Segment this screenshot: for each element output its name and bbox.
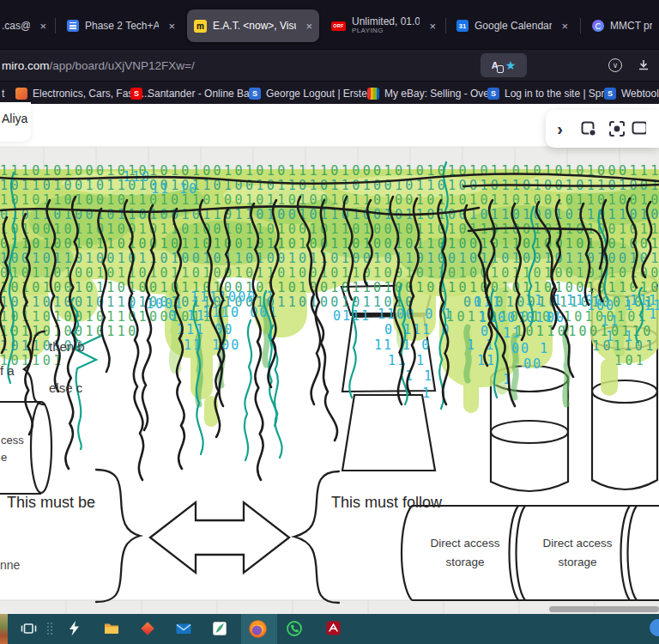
docs-icon	[67, 20, 79, 32]
dark-green-strand	[467, 327, 469, 380]
binary-fragment[interactable]: 11 10	[151, 181, 198, 197]
translate-icon[interactable]: A	[492, 61, 499, 70]
shopping-bag-icon	[15, 88, 27, 100]
das1-line2[interactable]: storage	[445, 556, 484, 568]
double-arrow[interactable]	[150, 502, 289, 573]
board-top-toolbar: ›	[546, 110, 659, 148]
focus-mode-icon[interactable]	[602, 120, 631, 137]
bookmark-erste[interactable]: S George Logout | Erste ...	[249, 82, 378, 105]
gcal-icon: 31	[456, 20, 469, 32]
erste-icon: S	[249, 88, 261, 100]
tab-separator	[55, 18, 56, 33]
binary-fragment[interactable]: 00 1	[511, 341, 549, 356]
das1-line1[interactable]: Direct access	[430, 537, 499, 550]
das2-line1[interactable]: Direct access	[542, 537, 612, 550]
binary-fragment[interactable]: 11	[503, 325, 522, 341]
binary-fragment[interactable]: 00	[523, 356, 542, 372]
photos-feather-icon[interactable]	[211, 620, 228, 641]
tab-phase2[interactable]: Phase 2 Tech+ART wor ×	[60, 9, 182, 42]
miro-canvas[interactable]: 1110101000101010101001010101111010001010…	[0, 104, 659, 614]
tab-separator	[445, 18, 446, 33]
url-path: /app/board/uXjVNP12FXw=/	[50, 59, 195, 72]
downloads-icon[interactable]	[637, 58, 650, 76]
url-field[interactable]: miro.com/app/board/uXjVNP12FXw=/	[2, 50, 195, 82]
desktop-wallpaper-sliver	[0, 614, 8, 644]
binary-row[interactable]: 0101101001011010110100101101001011010010…	[0, 265, 659, 281]
trapezoid-bottom[interactable]	[342, 395, 435, 471]
binary-fragment[interactable]: 1111000 1	[190, 289, 275, 305]
label-this-must-be[interactable]: This must be	[7, 494, 95, 511]
black-ink-path[interactable]	[463, 185, 659, 186]
curly-brace-right[interactable]	[294, 471, 339, 603]
mmct-icon	[592, 20, 604, 32]
close-icon[interactable]: ×	[39, 20, 46, 33]
tab-email[interactable]: .cas@gm ×	[0, 9, 53, 42]
url-actions-chip: A ★	[481, 53, 527, 77]
tab-calendar[interactable]: 31 Google Calendar - We ×	[450, 9, 575, 42]
tab-title: .cas@gm	[2, 20, 30, 32]
binary-fragment[interactable]: 1 1	[606, 329, 634, 344]
bookmark-my-ebay[interactable]: My eBay: Selling - Ove...	[367, 82, 498, 105]
label-this-must-follow[interactable]: This must follow	[331, 494, 443, 511]
cylinder-center[interactable]	[491, 379, 568, 491]
direct-access-storage-row[interactable]	[402, 506, 659, 600]
bookmark-fragment[interactable]: t	[2, 82, 4, 105]
ebay-icon	[367, 88, 379, 100]
horizontal-scrollbar[interactable]	[549, 606, 659, 612]
url-domain: miro.com	[2, 59, 50, 72]
binary-fragment[interactable]: 1	[422, 386, 432, 401]
close-icon[interactable]: ×	[168, 20, 175, 33]
partial-tool-icon[interactable]	[631, 120, 646, 137]
bookmark-star-icon[interactable]: ★	[505, 59, 517, 71]
screen: .cas@gm × Phase 2 Tech+ART wor × m E.A.T…	[0, 0, 659, 644]
pinned-dots-icon[interactable]	[45, 620, 55, 641]
lightning-bolt-icon[interactable]	[66, 620, 83, 641]
binary-fragment[interactable]: 0 111 0	[384, 322, 450, 337]
tab-title: Phase 2 Tech+ART wor	[85, 20, 159, 32]
binary-fragment[interactable]: 11	[601, 313, 620, 329]
board-name[interactable]: Aliya	[2, 112, 27, 125]
task-view-icon[interactable]	[20, 620, 38, 641]
frames-icon[interactable]	[574, 120, 602, 137]
pocket-icon[interactable]: ∨	[608, 58, 622, 72]
cylinder-left-horizontal[interactable]	[0, 402, 51, 494]
binary-fragment[interactable]: 11 100	[184, 337, 240, 353]
close-icon[interactable]: ×	[429, 20, 436, 33]
teal-ink-strand[interactable]	[245, 320, 251, 460]
das2-line2[interactable]: storage	[558, 556, 596, 568]
label-else-c[interactable]: else c	[49, 380, 83, 395]
acrobat-icon[interactable]	[325, 620, 342, 640]
tab-radio[interactable]: ORF Unlimited, 01.03. | radi PLAYING ×	[324, 9, 443, 42]
bookmark-sprout-login[interactable]: S Log in to the site | Spr...	[487, 82, 613, 105]
binary-fragment[interactable]: 11 00	[518, 310, 565, 325]
collapse-chevron-icon[interactable]: ›	[546, 120, 574, 137]
blue-app-partial-icon[interactable]	[650, 619, 659, 636]
binary-fragment[interactable]: 11	[649, 307, 659, 322]
tab-mmct[interactable]: MMCT propos	[585, 9, 659, 42]
close-icon[interactable]: ×	[561, 20, 568, 33]
label-cylinder-fragment1[interactable]: cess	[1, 434, 24, 447]
close-icon[interactable]: ×	[305, 20, 312, 33]
label-then-b[interactable]: then b	[49, 339, 85, 354]
whatsapp-icon[interactable]	[286, 620, 303, 641]
tab-separator	[580, 18, 581, 33]
binary-row[interactable]: 1110101000101010101001010101111010001010…	[0, 163, 659, 179]
bookmark-santander[interactable]: S Santander - Online Ba...	[130, 82, 258, 105]
mail-icon[interactable]	[175, 620, 192, 641]
curly-brace-left[interactable]	[96, 470, 140, 602]
binary-row[interactable]: 101	[614, 353, 646, 368]
file-explorer-icon[interactable]	[103, 620, 120, 641]
orf-icon: ORF	[331, 21, 346, 31]
tab-miro-active[interactable]: m E.A.T. <now>, Visual W ×	[187, 9, 319, 42]
bookmark-webtools[interactable]: S Webtools	[604, 82, 659, 105]
binary-row[interactable]: 1011010010110	[0, 324, 139, 339]
miro-board: Aliya	[0, 104, 659, 614]
binary-fragment[interactable]: 11 1	[388, 353, 426, 368]
diamond-app-icon[interactable]	[139, 620, 156, 641]
label-if-a-fragment[interactable]: f a	[0, 363, 15, 378]
label-cylinder-fragment2[interactable]: e	[1, 451, 7, 464]
firefox-icon[interactable]	[248, 619, 268, 642]
tab-title: MMCT propos	[610, 20, 652, 32]
label-nne-fragment[interactable]: nne	[0, 558, 21, 572]
windows-taskbar	[0, 614, 659, 644]
